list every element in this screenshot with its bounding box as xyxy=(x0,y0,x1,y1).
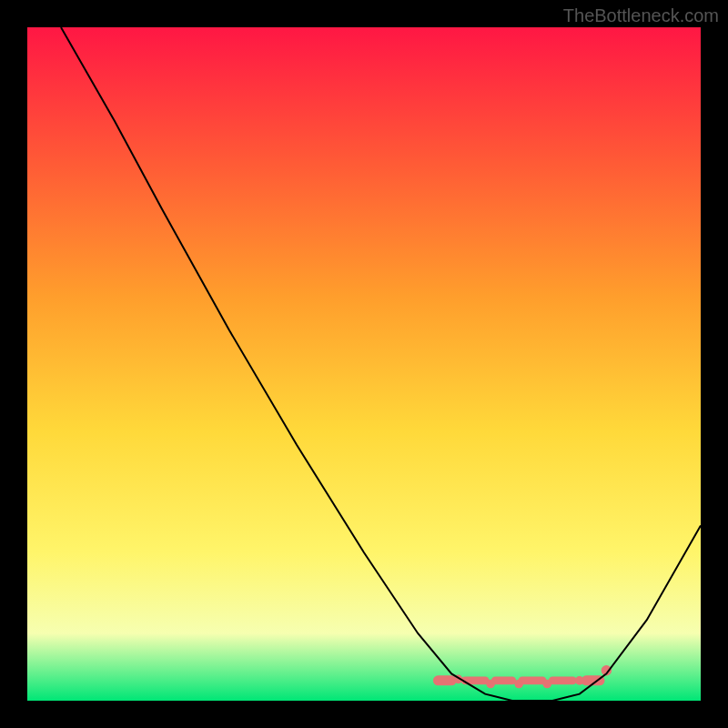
svg-point-7 xyxy=(486,680,495,689)
watermark-text: TheBottleneck.com xyxy=(563,5,719,26)
svg-point-9 xyxy=(542,680,551,689)
svg-point-8 xyxy=(514,680,523,689)
gradient-background xyxy=(27,27,701,701)
chart-container xyxy=(27,27,701,701)
svg-point-10 xyxy=(575,676,584,685)
bottleneck-chart xyxy=(27,27,701,701)
